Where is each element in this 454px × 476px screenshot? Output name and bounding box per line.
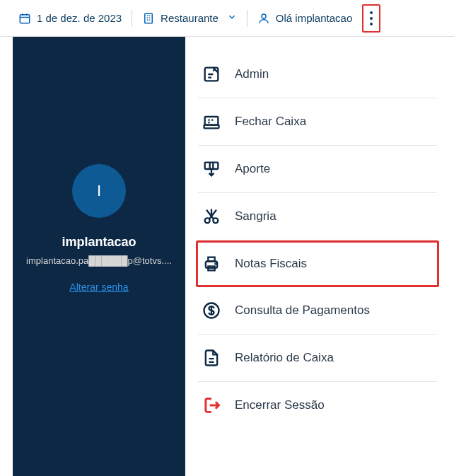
menu-label: Relatório de Caixa <box>235 351 334 365</box>
svg-rect-10 <box>208 257 214 262</box>
cash-register-icon <box>201 111 222 132</box>
chevron-down-icon <box>227 12 237 24</box>
menu-label: Notas Fiscais <box>235 257 307 271</box>
menu-item-notas-fiscais[interactable]: Notas Fiscais <box>196 240 439 287</box>
svg-point-2 <box>262 14 266 18</box>
printer-icon <box>201 253 222 274</box>
calendar-icon <box>18 12 31 25</box>
admin-icon <box>201 64 222 85</box>
menu-label: Admin <box>235 67 269 81</box>
svg-point-12 <box>215 263 216 264</box>
menu-label: Encerrar Sessão <box>235 398 325 412</box>
svg-rect-5 <box>204 125 219 129</box>
main-area: I implantacao implantacao.pa██████p@totv… <box>13 37 454 476</box>
menu-label: Aporte <box>235 162 270 176</box>
user-greeting[interactable]: Olá implantacao <box>248 0 362 36</box>
menu-item-aporte[interactable]: Aporte <box>198 146 437 193</box>
topbar: 1 de dez. de 2023 Restaurante Olá implan… <box>0 0 454 37</box>
deposit-icon <box>201 158 222 180</box>
menu-item-fechar-caixa[interactable]: Fechar Caixa <box>198 98 437 146</box>
svg-rect-4 <box>205 117 219 125</box>
svg-rect-1 <box>145 13 153 23</box>
avatar: I <box>72 164 126 218</box>
menu-label: Consulta de Pagamentos <box>235 303 370 318</box>
menu-item-relatorio-caixa[interactable]: Relatório de Caixa <box>198 335 437 382</box>
avatar-initial: I <box>97 182 101 200</box>
dropdown-menu: Admin Fechar Caixa Aporte Sangria Notas … <box>185 37 454 476</box>
svg-rect-0 <box>20 14 30 23</box>
user-icon <box>257 12 270 25</box>
menu-item-admin[interactable]: Admin <box>198 51 437 98</box>
logout-icon <box>201 395 222 416</box>
report-icon <box>201 347 222 368</box>
svg-point-8 <box>213 218 218 223</box>
scissors-icon <box>201 206 222 227</box>
date-label: 1 de dez. de 2023 <box>37 12 122 24</box>
greeting-label: Olá implantacao <box>276 12 352 24</box>
svg-point-7 <box>205 218 210 223</box>
location-selector[interactable]: Restaurante <box>132 0 247 36</box>
svg-rect-6 <box>205 163 219 169</box>
kebab-highlight <box>362 4 380 33</box>
building-icon <box>142 12 155 25</box>
change-password-link[interactable]: Alterar senha <box>69 281 128 293</box>
menu-item-encerrar-sessao[interactable]: Encerrar Sessão <box>198 382 437 429</box>
date-selector[interactable]: 1 de dez. de 2023 <box>8 0 132 36</box>
email-label: implantacao.pa██████p@totvs.... <box>26 255 172 266</box>
location-label: Restaurante <box>161 12 219 24</box>
menu-label: Sangria <box>235 209 277 224</box>
menu-item-sangria[interactable]: Sangria <box>198 193 437 240</box>
menu-label: Fechar Caixa <box>235 115 306 129</box>
kebab-menu-button[interactable] <box>367 8 376 28</box>
currency-icon <box>201 300 222 321</box>
user-sidebar: I implantacao implantacao.pa██████p@totv… <box>13 37 185 476</box>
username-label: implantacao <box>62 235 136 250</box>
menu-item-consulta-pagamentos[interactable]: Consulta de Pagamentos <box>198 287 437 335</box>
